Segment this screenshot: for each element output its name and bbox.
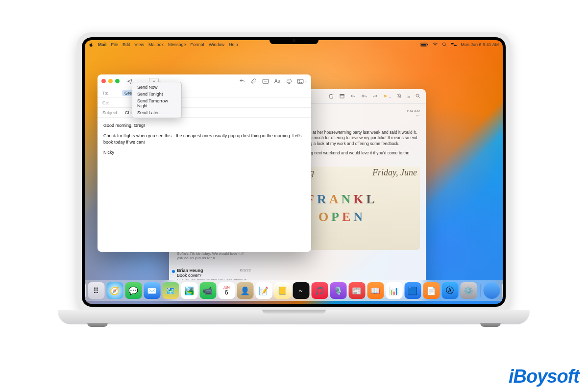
menu-item-send-now[interactable]: Send Now [132,84,181,91]
app-name[interactable]: Mail [98,42,107,47]
dock-books-icon[interactable]: 📖 [367,282,384,299]
bezel: Mail File Edit View Mailbox Message Form… [82,37,506,307]
apple-menu-icon[interactable] [89,42,94,47]
svg-point-11 [290,80,290,81]
dock-safari-icon[interactable]: 🧭 [106,282,123,299]
compose-text: Nicky [103,149,305,156]
minimize-button[interactable] [108,79,113,83]
forward-icon[interactable] [372,93,378,100]
reply-all-icon[interactable] [361,93,368,100]
dock-finder-icon[interactable] [85,282,86,299]
svg-rect-1 [421,44,427,46]
zoom-button[interactable] [115,79,120,83]
compose-text: Check for flights when you see this—the … [103,133,305,146]
laptop-frame: Mail File Edit View Mailbox Message Form… [77,32,511,312]
laptop-foot [87,323,108,327]
dock-photos-icon[interactable]: 🏞️ [181,282,197,299]
to-field-row[interactable]: To: Greg Scheer [98,88,311,98]
dock-messages-icon[interactable]: 💬 [125,282,142,299]
menu-file[interactable]: File [111,42,119,47]
svg-point-10 [288,80,289,81]
dock-settings-icon[interactable]: ⚙️ [460,282,477,299]
dock-contacts-icon[interactable]: 👤 [237,282,253,299]
laptop-base [58,310,530,324]
battery-icon[interactable] [420,43,428,47]
subject-field-row[interactable]: Subject: Cheap fli [98,108,311,118]
svg-point-13 [298,80,299,81]
menu-item-send-tonight[interactable]: Send Tonight [132,91,181,98]
svg-rect-2 [427,44,428,46]
dock-reminders-icon[interactable]: 📝 [255,282,272,299]
dock-trash-icon[interactable]: 🗑️ [502,282,503,299]
subject-label: Subject: [102,110,125,115]
desktop: Mail File Edit View Mailbox Message Form… [85,40,503,304]
dock-facetime-icon[interactable]: 📹 [199,282,216,299]
more-icon[interactable]: » [407,94,410,99]
compose-window: ⌄ ≡ Aa ⌄ To: Greg Scheer Cc: Subject: Ch… [98,74,311,252]
wifi-icon[interactable] [432,42,438,47]
svg-point-9 [287,79,292,83]
dock-pages-icon[interactable]: 📄 [423,282,440,299]
attachment-text: Friday, June [372,168,417,178]
dock-podcasts-icon[interactable]: 🎙️ [330,282,346,299]
compose-body[interactable]: Good morning, Greg! Check for flights wh… [98,118,311,252]
menu-mailbox[interactable]: Mailbox [148,42,164,47]
menu-item-send-tomorrow-night[interactable]: Send Tomorrow Night [132,98,181,109]
attachment-icon[interactable] [249,78,258,84]
cc-label: Cc: [102,100,122,105]
flag-icon[interactable]: ⚑ ⌄ [383,94,392,99]
watermark: iBoysoft [509,366,579,387]
dock-launchpad-icon[interactable]: ⠿ [88,282,104,299]
photo-browser-icon[interactable]: ⌄ [296,78,307,84]
dock-calendar-icon[interactable]: JUN6 [218,282,235,299]
dock-notes-icon[interactable]: 📒 [274,282,291,299]
menu-item-send-later[interactable]: Send Later… [132,109,181,116]
font-icon[interactable]: Aa [273,78,282,84]
menu-window[interactable]: Window [209,42,224,47]
dock-tv-icon[interactable]: tv [293,282,309,299]
svg-point-3 [443,43,446,46]
dock-downloads-icon[interactable] [483,282,500,299]
dock-appstore-icon[interactable]: Ⓐ [441,282,458,299]
menu-format[interactable]: Format [190,42,204,47]
undo-icon[interactable] [238,78,246,84]
dock-maps-icon[interactable]: 🗺️ [162,282,179,299]
close-button[interactable] [101,79,106,83]
to-label: To: [102,91,122,96]
search-mail-icon[interactable] [415,93,421,100]
emoji-icon[interactable] [285,78,294,84]
compose-titlebar: ⌄ ≡ Aa ⌄ [98,74,311,88]
menu-help[interactable]: Help [229,42,238,47]
search-icon[interactable] [442,42,447,47]
reply-inline-icon[interactable]: ↩︎ [406,113,420,118]
mute-icon[interactable] [396,93,402,100]
archive-icon[interactable] [339,93,345,100]
dock-news-icon[interactable]: 📰 [348,282,365,299]
reply-icon[interactable] [350,93,356,100]
menu-message[interactable]: Message [168,42,186,47]
delete-icon[interactable] [328,93,334,100]
svg-rect-5 [454,45,457,47]
laptop-foot [480,323,501,327]
menu-view[interactable]: View [135,42,144,47]
message-time: 9:34 AM [406,109,420,113]
cc-field-row[interactable]: Cc: [98,98,311,108]
dock-separator [480,284,480,297]
menu-edit[interactable]: Edit [122,42,130,47]
format-bar-icon[interactable] [261,78,270,84]
svg-point-7 [416,94,419,97]
dock-numbers-icon[interactable]: 📊 [386,282,402,299]
dock-mail-icon[interactable]: ✉️ [144,282,160,299]
svg-rect-4 [451,43,454,45]
dock-keynote-icon[interactable]: 🟦 [404,282,421,299]
send-later-menu: Send Now Send Tonight Send Tomorrow Nigh… [132,82,182,118]
clock[interactable]: Mon Jun 6 9:41 AM [461,42,499,47]
notch [270,37,318,44]
dock: ⠿ 🧭 💬 ✉️ 🗺️ 🏞️ 📹 JUN6 👤 📝 📒 tv 🎵 🎙️ 📰 📖 … [85,280,503,301]
control-center-icon[interactable] [451,42,457,47]
compose-text: Good morning, Greg! [103,122,305,129]
dock-music-icon[interactable]: 🎵 [311,282,328,299]
